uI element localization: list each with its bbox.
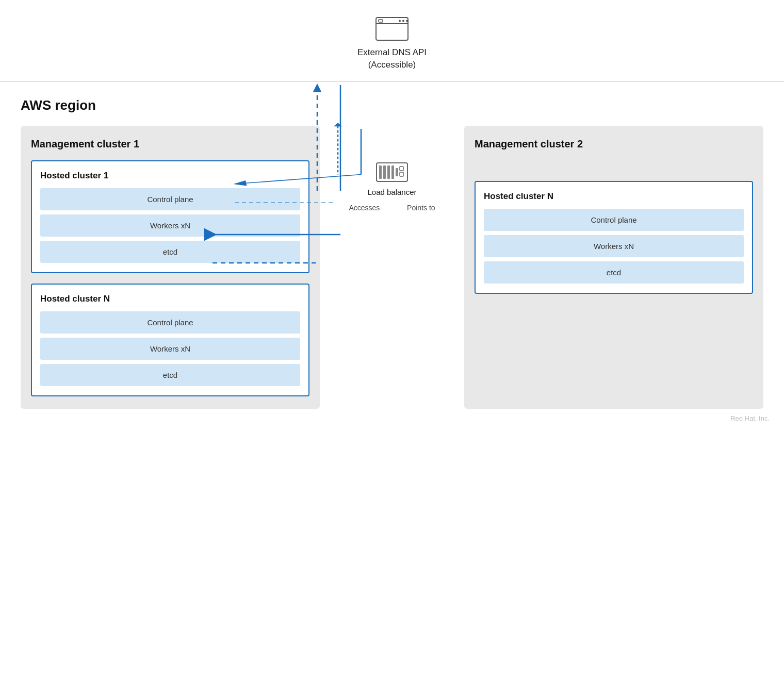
aws-region-content: Management cluster 1 Hosted cluster 1 Co… — [21, 126, 763, 409]
svg-rect-2 — [379, 20, 383, 22]
svg-point-4 — [402, 20, 404, 22]
management-cluster-1: Management cluster 1 Hosted cluster 1 Co… — [21, 126, 320, 409]
control-plane-1: Control plane — [40, 188, 300, 210]
accesses-label: Accesses — [349, 204, 380, 212]
management-cluster-1-title: Management cluster 1 — [31, 138, 309, 150]
hosted-cluster-1: Hosted cluster 1 Control plane Workers x… — [31, 160, 309, 273]
etcd-n-mc1: etcd — [40, 364, 300, 386]
management-cluster-2-title: Management cluster 2 — [475, 138, 753, 150]
svg-rect-9 — [387, 165, 390, 179]
load-balancer-label: Load balancer — [367, 187, 416, 197]
aws-region-label: AWS region — [21, 97, 763, 113]
svg-rect-10 — [391, 165, 394, 179]
workers-1: Workers xN — [40, 214, 300, 237]
points-to-label: Points to — [407, 204, 435, 212]
workers-n-mc1: Workers xN — [40, 338, 300, 360]
svg-rect-7 — [379, 165, 382, 179]
management-cluster-2: Management cluster 2 Hosted cluster N Co… — [464, 126, 763, 409]
etcd-n-mc2: etcd — [484, 261, 744, 284]
watermark: Red Hat, Inc. — [730, 414, 770, 422]
middle-zone: Load balancer Accesses Points to — [335, 126, 449, 409]
hosted-cluster-n-mc1: Hosted cluster N Control plane Workers x… — [31, 284, 309, 396]
hosted-cluster-1-title: Hosted cluster 1 — [40, 171, 300, 181]
svg-rect-13 — [400, 172, 403, 176]
control-plane-n-mc1: Control plane — [40, 311, 300, 334]
workers-n-mc2: Workers xN — [484, 235, 744, 257]
control-plane-n-mc2: Control plane — [484, 209, 744, 231]
arrow-labels: Accesses Points to — [335, 204, 449, 212]
svg-rect-12 — [400, 167, 403, 171]
svg-point-3 — [399, 20, 401, 22]
hosted-cluster-n-mc1-title: Hosted cluster N — [40, 294, 300, 304]
svg-rect-11 — [396, 168, 398, 176]
etcd-1: etcd — [40, 241, 300, 263]
diagram-container: Management cluster 1 Hosted cluster 1 Co… — [21, 126, 763, 409]
hosted-cluster-n-mc2-title: Hosted cluster N — [484, 191, 744, 202]
top-section: External DNS API (Accessible) — [0, 0, 784, 82]
svg-point-5 — [406, 20, 408, 22]
dns-api-label: External DNS API (Accessible) — [357, 46, 427, 71]
external-dns-api-box: External DNS API (Accessible) — [357, 15, 427, 71]
load-balancer-widget: Load balancer — [367, 162, 416, 197]
svg-rect-8 — [383, 165, 386, 179]
main-section: AWS region Management cluster 1 Hosted c… — [0, 82, 784, 429]
dns-api-icon — [374, 15, 410, 42]
hosted-cluster-n-mc2: Hosted cluster N Control plane Workers x… — [475, 181, 753, 294]
load-balancer-icon — [375, 162, 409, 182]
